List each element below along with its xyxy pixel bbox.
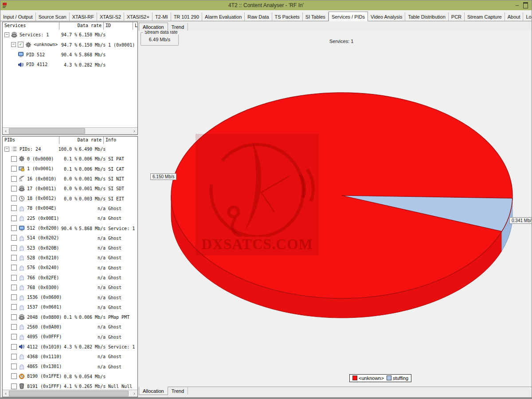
table-row[interactable]: 512 (0x0200)90.4 %5.868 Mb/sService: 1 (… — [3, 223, 137, 233]
tab-ts-packets[interactable]: TS Packets — [272, 12, 303, 21]
table-row[interactable]: 8191 (0x1FFF)4.1 %0.265 Mb/sNull Null — [3, 381, 137, 390]
checkbox[interactable] — [11, 314, 17, 320]
checkbox[interactable] — [11, 265, 17, 270]
checkbox[interactable] — [11, 186, 17, 192]
tab-trend[interactable]: Trend — [168, 23, 188, 31]
checkbox[interactable] — [11, 354, 17, 360]
table-row[interactable]: 528 (0x0210)n/aGhost — [3, 253, 137, 262]
scroll-left-icon[interactable]: ‹ — [3, 129, 9, 133]
checkbox[interactable] — [11, 196, 17, 201]
table-row[interactable]: PID 51290.4 %5.868 Mb/s — [3, 50, 137, 60]
stream-data-rate-box: Stream data rate 6.49 Mb/s — [141, 32, 179, 46]
column-header[interactable]: ID — [104, 22, 133, 30]
table-row[interactable]: −✓<unknown>94.7 %6.150 Mb/s1 (0x0001) — [3, 40, 137, 50]
table-row[interactable]: 17 (0x0011)0.0 %0.001 Mb/sSI SDT — [3, 184, 137, 193]
tab-pcr[interactable]: PCR — [449, 12, 465, 21]
tab-video-analysis[interactable]: Video Analysis — [368, 12, 405, 21]
checkbox[interactable] — [11, 205, 17, 211]
tab-tr-101-290[interactable]: TR 101 290 — [171, 12, 202, 21]
checkbox[interactable] — [11, 324, 17, 330]
scroll-right-icon[interactable]: › — [131, 391, 137, 396]
table-row[interactable]: 4112 (0x1010)4.3 %0.282 Mb/sService: 1 (… — [3, 342, 137, 352]
column-header[interactable]: LC — [133, 22, 137, 30]
column-header[interactable]: PIDs — [3, 137, 59, 144]
table-row[interactable]: 2048 (0x0800)0.1 %0.006 Mb/sPMap PMT — [3, 312, 137, 322]
table-row[interactable]: −Services: 194.7 %6.150 Mb/s — [3, 30, 137, 40]
checkbox[interactable] — [11, 285, 17, 290]
checkbox[interactable] — [11, 383, 17, 389]
tab-t2-mi[interactable]: T2-MI — [153, 12, 171, 21]
checkbox[interactable] — [11, 373, 17, 379]
checkbox[interactable] — [11, 225, 17, 231]
tab-allocation[interactable]: Allocation — [139, 23, 168, 31]
table-row[interactable]: 225 (0x00E1)n/aGhost — [3, 213, 137, 223]
tree-expander-icon[interactable]: − — [11, 42, 16, 47]
checkbox[interactable] — [11, 275, 17, 281]
minimize-button[interactable]: – — [516, 3, 519, 8]
tab-xtasis2-[interactable]: XTASIS2+ — [124, 12, 153, 21]
scroll-left-icon[interactable]: ‹ — [3, 391, 9, 396]
table-row[interactable]: 1 (0x0001)0.1 %0.006 Mb/sSI CAT — [3, 164, 137, 174]
checkbox[interactable] — [11, 334, 17, 340]
tab-about[interactable]: About — [505, 12, 524, 21]
tab-si-tables[interactable]: SI Tables — [303, 12, 329, 21]
tab-table-distribution[interactable]: Table Distribution — [405, 12, 448, 21]
table-row[interactable]: 8190 (0x1FFE)0.8 %0.054 Mb/s — [3, 372, 137, 381]
scrollbar-thumb[interactable] — [9, 128, 85, 134]
table-row[interactable]: 768 (0x0300)n/aGhost — [3, 282, 137, 292]
row-rate: n/a — [79, 295, 106, 300]
tab-trend[interactable]: Trend — [168, 387, 188, 395]
table-row[interactable]: 4095 (0x0FFF)n/aGhost — [3, 332, 137, 342]
column-header[interactable]: Info — [104, 137, 137, 144]
row-label: 766 (0x02FE) — [27, 275, 59, 280]
table-row[interactable]: 766 (0x02FE)n/aGhost — [3, 273, 137, 282]
checkbox[interactable] — [11, 344, 17, 350]
tab-alarm-evaluation[interactable]: Alarm Evaluation — [202, 12, 245, 21]
tab-allocation[interactable]: Allocation — [139, 387, 168, 395]
pids-hscrollbar[interactable]: ‹ › — [3, 390, 137, 397]
table-row[interactable]: 576 (0x0240)n/aGhost — [3, 263, 137, 273]
checkbox[interactable] — [11, 245, 17, 251]
services-hscrollbar[interactable]: ‹ › — [3, 127, 137, 134]
tab-raw-data[interactable]: Raw Data — [245, 12, 272, 21]
checkbox[interactable] — [11, 255, 17, 261]
table-row[interactable]: 1537 (0x0601)n/aGhost — [3, 302, 137, 312]
table-row[interactable]: 4865 (0x1301)n/aGhost — [3, 362, 137, 372]
tree-expander-icon[interactable]: − — [4, 32, 9, 37]
table-row[interactable]: 514 (0x0202)n/aGhost — [3, 233, 137, 243]
tab-stream-capture[interactable]: Stream Capture — [465, 12, 505, 21]
column-header[interactable]: Data rate — [59, 137, 104, 144]
table-row[interactable]: 16 (0x0010)0.0 %0.001 Mb/sSI NIT — [3, 174, 137, 184]
checkbox[interactable] — [11, 304, 17, 310]
checkbox[interactable] — [11, 176, 17, 182]
checkbox[interactable] — [11, 215, 17, 221]
table-row[interactable]: −PIDs: 24100.0 %6.490 Mb/s — [3, 144, 137, 154]
tab-services-pids[interactable]: Services / PIDs — [329, 12, 368, 21]
checkbox[interactable] — [11, 156, 17, 162]
table-row[interactable]: 78 (0x004E)n/aGhost — [3, 203, 137, 213]
column-header[interactable]: Data rate — [59, 22, 104, 30]
tab-source-scan[interactable]: Source Scan — [36, 12, 70, 21]
table-row[interactable]: PID 41124.3 %0.282 Mb/s — [3, 60, 137, 70]
table-row[interactable]: 18 (0x0012)0.0 %0.003 Mb/sSI EIT — [3, 193, 137, 203]
table-row[interactable]: 1536 (0x0600)n/aGhost — [3, 292, 137, 302]
checkbox[interactable] — [11, 294, 17, 300]
tab-xtasi-rf[interactable]: XTASI-RF — [70, 12, 97, 21]
scrollbar-thumb[interactable] — [9, 391, 129, 396]
scroll-right-icon[interactable]: › — [131, 129, 137, 133]
checkbox[interactable]: ✓ — [18, 42, 23, 47]
maximize-button[interactable] — [523, 2, 528, 8]
tab-xtasi-s2[interactable]: XTASI-S2 — [97, 12, 124, 21]
column-header[interactable]: Services — [3, 22, 59, 30]
tab-log[interactable]: Log — [523, 12, 532, 21]
checkbox[interactable] — [11, 235, 17, 241]
checkbox[interactable] — [11, 364, 17, 369]
checkbox[interactable] — [11, 166, 17, 172]
table-row[interactable]: 4368 (0x1110)n/aGhost — [3, 352, 137, 361]
table-row[interactable]: 0 (0x0000)0.1 %0.006 Mb/sSI PAT — [3, 154, 137, 164]
table-row[interactable]: 523 (0x020B)n/aGhost — [3, 243, 137, 253]
tab-input-output[interactable]: Input / Output — [0, 12, 36, 21]
table-row[interactable]: 2560 (0x0A00)n/aGhost — [3, 322, 137, 332]
tree-expander-icon[interactable]: − — [4, 147, 9, 152]
speaker-icon — [19, 344, 25, 350]
